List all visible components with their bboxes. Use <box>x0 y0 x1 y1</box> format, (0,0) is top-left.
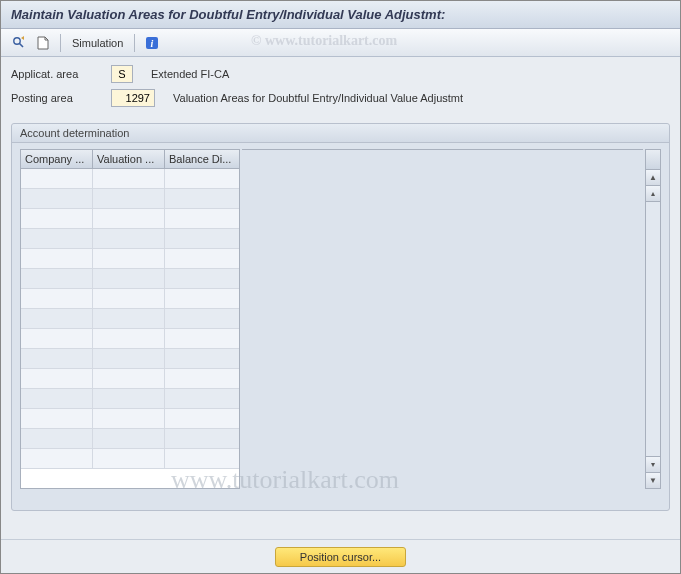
new-page-icon[interactable] <box>33 34 53 52</box>
display-change-icon[interactable] <box>9 34 29 52</box>
grid-wrap: Company ... Valuation ... Balance Di... … <box>20 149 661 489</box>
table-row[interactable] <box>21 329 239 349</box>
table-row[interactable] <box>21 409 239 429</box>
table-row[interactable] <box>21 189 239 209</box>
table-cell[interactable] <box>93 229 165 248</box>
table-cell[interactable] <box>21 409 93 428</box>
column-header-balance[interactable]: Balance Di... <box>165 150 239 168</box>
table-cell[interactable] <box>165 289 239 308</box>
simulation-button[interactable]: Simulation <box>68 37 127 49</box>
table-cell[interactable] <box>165 229 239 248</box>
table-cell[interactable] <box>21 189 93 208</box>
table-row[interactable] <box>21 289 239 309</box>
account-determination-group: Account determination Company ... Valuat… <box>11 123 670 511</box>
applicat-area-label: Applicat. area <box>11 68 111 80</box>
grid-header: Company ... Valuation ... Balance Di... <box>21 150 239 169</box>
table-cell[interactable] <box>165 189 239 208</box>
toolbar-separator <box>60 34 61 52</box>
table-row[interactable] <box>21 369 239 389</box>
scroll-down-icon[interactable]: ▼ <box>646 472 660 488</box>
table-cell[interactable] <box>21 229 93 248</box>
table-cell[interactable] <box>93 389 165 408</box>
table-row[interactable] <box>21 169 239 189</box>
scroll-down-step-icon[interactable]: ▾ <box>646 456 660 472</box>
table-cell[interactable] <box>165 429 239 448</box>
table-cell[interactable] <box>165 309 239 328</box>
column-header-valuation[interactable]: Valuation ... <box>93 150 165 168</box>
table-cell[interactable] <box>93 429 165 448</box>
table-cell[interactable] <box>93 309 165 328</box>
table-cell[interactable] <box>21 429 93 448</box>
data-grid[interactable]: Company ... Valuation ... Balance Di... <box>20 149 240 489</box>
table-cell[interactable] <box>21 349 93 368</box>
table-cell[interactable] <box>93 449 165 468</box>
info-icon[interactable]: i <box>142 34 162 52</box>
table-cell[interactable] <box>21 169 93 188</box>
table-cell[interactable] <box>21 289 93 308</box>
group-title: Account determination <box>12 124 669 143</box>
scrollbar-corner <box>646 150 660 170</box>
table-cell[interactable] <box>21 369 93 388</box>
table-cell[interactable] <box>21 209 93 228</box>
table-cell[interactable] <box>165 169 239 188</box>
table-row[interactable] <box>21 309 239 329</box>
table-cell[interactable] <box>165 449 239 468</box>
grid-body <box>21 169 239 469</box>
table-cell[interactable] <box>93 189 165 208</box>
table-cell[interactable] <box>93 249 165 268</box>
table-cell[interactable] <box>165 269 239 288</box>
table-cell[interactable] <box>93 349 165 368</box>
table-cell[interactable] <box>165 249 239 268</box>
table-cell[interactable] <box>165 369 239 388</box>
toolbar-separator <box>134 34 135 52</box>
table-cell[interactable] <box>93 169 165 188</box>
table-cell[interactable] <box>93 209 165 228</box>
position-cursor-button[interactable]: Position cursor... <box>275 547 406 567</box>
table-row[interactable] <box>21 429 239 449</box>
table-cell[interactable] <box>21 269 93 288</box>
table-cell[interactable] <box>165 389 239 408</box>
table-cell[interactable] <box>93 289 165 308</box>
posting-area-label: Posting area <box>11 92 111 104</box>
field-row-posting-area: Posting area Valuation Areas for Doubtfu… <box>11 87 670 109</box>
table-cell[interactable] <box>21 389 93 408</box>
vertical-scrollbar[interactable]: ▲ ▴ ▾ ▼ <box>645 149 661 489</box>
column-header-company[interactable]: Company ... <box>21 150 93 168</box>
table-cell[interactable] <box>21 309 93 328</box>
scrollbar-track[interactable] <box>646 202 660 456</box>
table-row[interactable] <box>21 209 239 229</box>
posting-area-description: Valuation Areas for Doubtful Entry/Indiv… <box>173 92 463 104</box>
table-cell[interactable] <box>165 209 239 228</box>
table-cell[interactable] <box>21 249 93 268</box>
table-cell[interactable] <box>21 449 93 468</box>
table-cell[interactable] <box>21 329 93 348</box>
table-row[interactable] <box>21 389 239 409</box>
table-cell[interactable] <box>165 409 239 428</box>
table-cell[interactable] <box>165 329 239 348</box>
svg-line-1 <box>20 43 24 47</box>
scroll-up-icon[interactable]: ▲ <box>646 170 660 186</box>
grid-empty-area <box>242 149 643 489</box>
content-area: Applicat. area Extended FI-CA Posting ar… <box>1 57 680 547</box>
table-row[interactable] <box>21 449 239 469</box>
table-row[interactable] <box>21 349 239 369</box>
posting-area-input[interactable] <box>111 89 155 107</box>
table-cell[interactable] <box>93 329 165 348</box>
svg-point-0 <box>14 37 20 43</box>
scroll-up-step-icon[interactable]: ▴ <box>646 186 660 202</box>
field-row-applicat-area: Applicat. area Extended FI-CA <box>11 63 670 85</box>
table-cell[interactable] <box>165 349 239 368</box>
window-title: Maintain Valuation Areas for Doubtful En… <box>1 1 680 29</box>
table-cell[interactable] <box>93 409 165 428</box>
table-row[interactable] <box>21 249 239 269</box>
applicat-area-description: Extended FI-CA <box>151 68 229 80</box>
svg-text:i: i <box>151 38 154 49</box>
applicat-area-input[interactable] <box>111 65 133 83</box>
table-row[interactable] <box>21 229 239 249</box>
toolbar: Simulation i <box>1 29 680 57</box>
table-cell[interactable] <box>93 369 165 388</box>
bottom-bar: Position cursor... <box>1 539 680 573</box>
table-cell[interactable] <box>93 269 165 288</box>
table-row[interactable] <box>21 269 239 289</box>
